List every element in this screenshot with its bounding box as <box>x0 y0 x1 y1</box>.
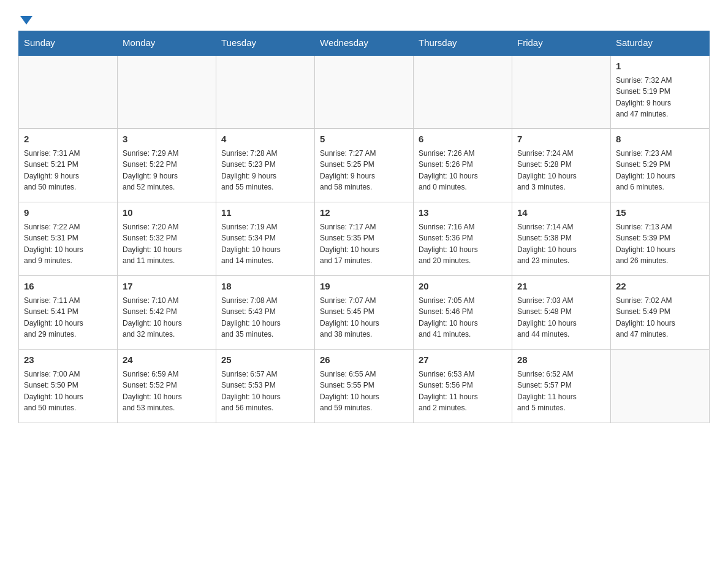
day-info: Sunrise: 7:00 AMSunset: 5:50 PMDaylight:… <box>24 369 112 414</box>
day-info: Sunrise: 7:16 AMSunset: 5:36 PMDaylight:… <box>419 221 507 267</box>
calendar-cell <box>19 55 118 129</box>
day-info: Sunrise: 7:02 AMSunset: 5:49 PMDaylight:… <box>616 295 704 340</box>
calendar-cell: 3Sunrise: 7:29 AMSunset: 5:22 PMDaylight… <box>118 129 216 202</box>
calendar-week-row: 2Sunrise: 7:31 AMSunset: 5:21 PMDaylight… <box>19 129 710 202</box>
calendar-cell: 14Sunrise: 7:14 AMSunset: 5:38 PMDayligh… <box>512 202 611 276</box>
calendar-cell: 27Sunrise: 6:53 AMSunset: 5:56 PMDayligh… <box>414 350 512 423</box>
day-number: 19 <box>320 280 408 294</box>
day-number: 26 <box>320 353 408 367</box>
calendar-cell: 5Sunrise: 7:27 AMSunset: 5:25 PMDaylight… <box>315 129 414 202</box>
day-of-week-header: Friday <box>512 31 611 55</box>
day-info: Sunrise: 7:31 AMSunset: 5:21 PMDaylight:… <box>24 148 112 193</box>
day-info: Sunrise: 7:13 AMSunset: 5:39 PMDaylight:… <box>616 221 704 267</box>
day-info: Sunrise: 7:23 AMSunset: 5:29 PMDaylight:… <box>616 148 704 193</box>
day-number: 3 <box>123 132 211 147</box>
day-number: 20 <box>419 280 507 294</box>
day-number: 22 <box>616 280 704 294</box>
calendar-cell: 11Sunrise: 7:19 AMSunset: 5:34 PMDayligh… <box>216 202 315 276</box>
day-info: Sunrise: 7:03 AMSunset: 5:48 PMDaylight:… <box>517 295 605 340</box>
calendar-cell: 25Sunrise: 6:57 AMSunset: 5:53 PMDayligh… <box>216 350 315 423</box>
calendar-cell: 10Sunrise: 7:20 AMSunset: 5:32 PMDayligh… <box>118 202 216 276</box>
day-number: 14 <box>517 206 605 220</box>
day-number: 28 <box>517 353 605 367</box>
calendar-cell: 15Sunrise: 7:13 AMSunset: 5:39 PMDayligh… <box>611 202 710 276</box>
day-of-week-header: Tuesday <box>216 31 315 55</box>
day-info: Sunrise: 7:28 AMSunset: 5:23 PMDaylight:… <box>221 148 309 193</box>
day-number: 8 <box>616 132 704 147</box>
day-of-week-header: Wednesday <box>315 31 414 55</box>
day-number: 5 <box>320 132 408 147</box>
day-info: Sunrise: 7:24 AMSunset: 5:28 PMDaylight:… <box>517 148 605 193</box>
day-number: 17 <box>123 280 211 294</box>
day-info: Sunrise: 7:08 AMSunset: 5:43 PMDaylight:… <box>221 295 309 340</box>
day-number: 27 <box>419 353 507 367</box>
calendar-cell: 4Sunrise: 7:28 AMSunset: 5:23 PMDaylight… <box>216 129 315 202</box>
calendar-cell: 9Sunrise: 7:22 AMSunset: 5:31 PMDaylight… <box>19 202 118 276</box>
day-info: Sunrise: 7:26 AMSunset: 5:26 PMDaylight:… <box>419 148 507 193</box>
day-number: 11 <box>221 206 309 220</box>
day-info: Sunrise: 7:29 AMSunset: 5:22 PMDaylight:… <box>123 148 211 193</box>
day-number: 21 <box>517 280 605 294</box>
calendar-cell: 19Sunrise: 7:07 AMSunset: 5:45 PMDayligh… <box>315 276 414 350</box>
calendar-cell: 8Sunrise: 7:23 AMSunset: 5:29 PMDaylight… <box>611 129 710 202</box>
day-info: Sunrise: 7:17 AMSunset: 5:35 PMDaylight:… <box>320 221 408 267</box>
day-info: Sunrise: 7:07 AMSunset: 5:45 PMDaylight:… <box>320 295 408 340</box>
day-of-week-header: Sunday <box>19 31 118 55</box>
day-number: 2 <box>24 132 112 147</box>
day-number: 7 <box>517 132 605 147</box>
day-of-week-header: Monday <box>118 31 216 55</box>
day-number: 18 <box>221 280 309 294</box>
day-number: 15 <box>616 206 704 220</box>
day-info: Sunrise: 7:19 AMSunset: 5:34 PMDaylight:… <box>221 221 309 267</box>
calendar-week-row: 23Sunrise: 7:00 AMSunset: 5:50 PMDayligh… <box>19 350 710 423</box>
calendar-cell: 23Sunrise: 7:00 AMSunset: 5:50 PMDayligh… <box>19 350 118 423</box>
calendar-cell <box>512 55 611 129</box>
calendar-week-row: 1Sunrise: 7:32 AMSunset: 5:19 PMDaylight… <box>19 55 710 129</box>
day-info: Sunrise: 7:05 AMSunset: 5:46 PMDaylight:… <box>419 295 507 340</box>
calendar-cell: 26Sunrise: 6:55 AMSunset: 5:55 PMDayligh… <box>315 350 414 423</box>
day-number: 9 <box>24 206 112 220</box>
day-of-week-header: Saturday <box>611 31 710 55</box>
calendar-cell: 12Sunrise: 7:17 AMSunset: 5:35 PMDayligh… <box>315 202 414 276</box>
day-number: 6 <box>419 132 507 147</box>
logo-arrow-icon <box>20 16 32 25</box>
day-number: 12 <box>320 206 408 220</box>
day-info: Sunrise: 7:32 AMSunset: 5:19 PMDaylight:… <box>616 75 704 120</box>
day-info: Sunrise: 7:27 AMSunset: 5:25 PMDaylight:… <box>320 148 408 193</box>
day-info: Sunrise: 6:57 AMSunset: 5:53 PMDaylight:… <box>221 369 309 414</box>
calendar-header-row: SundayMondayTuesdayWednesdayThursdayFrid… <box>19 31 710 55</box>
day-number: 25 <box>221 353 309 367</box>
logo <box>18 12 32 25</box>
calendar-cell: 13Sunrise: 7:16 AMSunset: 5:36 PMDayligh… <box>414 202 512 276</box>
day-info: Sunrise: 7:22 AMSunset: 5:31 PMDaylight:… <box>24 221 112 267</box>
day-info: Sunrise: 7:11 AMSunset: 5:41 PMDaylight:… <box>24 295 112 340</box>
day-info: Sunrise: 6:55 AMSunset: 5:55 PMDaylight:… <box>320 369 408 414</box>
day-number: 4 <box>221 132 309 147</box>
calendar-cell <box>611 350 710 423</box>
calendar-cell <box>118 55 216 129</box>
day-number: 24 <box>123 353 211 367</box>
calendar-cell: 24Sunrise: 6:59 AMSunset: 5:52 PMDayligh… <box>118 350 216 423</box>
calendar-cell: 16Sunrise: 7:11 AMSunset: 5:41 PMDayligh… <box>19 276 118 350</box>
day-number: 1 <box>616 59 704 74</box>
calendar-cell <box>315 55 414 129</box>
day-info: Sunrise: 6:52 AMSunset: 5:57 PMDaylight:… <box>517 369 605 414</box>
calendar-cell: 20Sunrise: 7:05 AMSunset: 5:46 PMDayligh… <box>414 276 512 350</box>
day-info: Sunrise: 7:20 AMSunset: 5:32 PMDaylight:… <box>123 221 211 267</box>
calendar-cell: 2Sunrise: 7:31 AMSunset: 5:21 PMDaylight… <box>19 129 118 202</box>
day-info: Sunrise: 6:53 AMSunset: 5:56 PMDaylight:… <box>419 369 507 414</box>
day-number: 23 <box>24 353 112 367</box>
day-number: 16 <box>24 280 112 294</box>
calendar-cell: 21Sunrise: 7:03 AMSunset: 5:48 PMDayligh… <box>512 276 611 350</box>
day-of-week-header: Thursday <box>414 31 512 55</box>
day-number: 13 <box>419 206 507 220</box>
day-number: 10 <box>123 206 211 220</box>
calendar-cell: 6Sunrise: 7:26 AMSunset: 5:26 PMDaylight… <box>414 129 512 202</box>
calendar-cell: 28Sunrise: 6:52 AMSunset: 5:57 PMDayligh… <box>512 350 611 423</box>
calendar-cell: 1Sunrise: 7:32 AMSunset: 5:19 PMDaylight… <box>611 55 710 129</box>
calendar-week-row: 16Sunrise: 7:11 AMSunset: 5:41 PMDayligh… <box>19 276 710 350</box>
page-header <box>18 12 710 25</box>
calendar-cell: 7Sunrise: 7:24 AMSunset: 5:28 PMDaylight… <box>512 129 611 202</box>
day-info: Sunrise: 7:10 AMSunset: 5:42 PMDaylight:… <box>123 295 211 340</box>
day-info: Sunrise: 6:59 AMSunset: 5:52 PMDaylight:… <box>123 369 211 414</box>
